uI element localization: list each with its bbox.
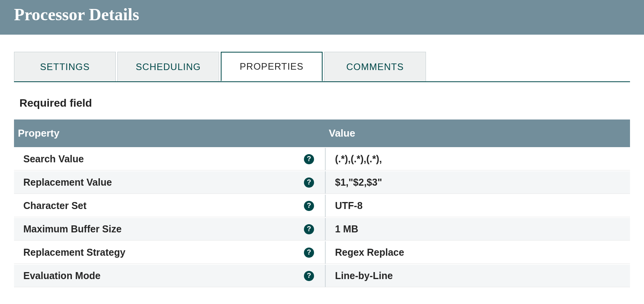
tab-label: PROPERTIES [240, 61, 304, 72]
table-row: Replacement Value ? $1,"$2,$3" [14, 171, 630, 194]
tab-bar: SETTINGS SCHEDULING PROPERTIES COMMENTS [14, 52, 630, 82]
table-row: Maximum Buffer Size ? 1 MB [14, 218, 630, 241]
help-icon[interactable]: ? [304, 201, 314, 211]
tab-label: SETTINGS [40, 62, 90, 72]
help-icon[interactable]: ? [304, 271, 314, 281]
dialog-header: Processor Details [0, 0, 644, 35]
col-header-property: Property [14, 119, 325, 147]
property-value[interactable]: 1 MB [325, 218, 630, 241]
property-value[interactable]: UTF-8 [325, 195, 630, 217]
property-name: Replacement Value [23, 177, 112, 188]
table-row: Character Set ? UTF-8 [14, 195, 630, 217]
property-name: Character Set [23, 200, 87, 211]
table-header-row: Property Value [14, 119, 630, 147]
property-value[interactable]: (.*),(.*),(.*), [325, 148, 630, 170]
property-value[interactable]: Regex Replace [325, 241, 630, 264]
help-icon[interactable]: ? [304, 248, 314, 258]
property-name: Search Value [23, 153, 84, 165]
required-field-label: Required field [19, 97, 630, 109]
col-header-value: Value [325, 119, 630, 147]
tab-label: COMMENTS [346, 62, 404, 72]
help-icon[interactable]: ? [304, 177, 314, 188]
help-icon[interactable]: ? [304, 224, 314, 234]
property-name: Evaluation Mode [23, 270, 101, 281]
tab-scheduling[interactable]: SCHEDULING [117, 52, 219, 81]
property-value[interactable]: $1,"$2,$3" [325, 171, 630, 194]
tab-label: SCHEDULING [136, 62, 201, 72]
table-row: Search Value ? (.*),(.*),(.*), [14, 148, 630, 170]
property-name: Replacement Strategy [23, 247, 126, 258]
tab-properties[interactable]: PROPERTIES [221, 52, 323, 81]
tab-comments[interactable]: COMMENTS [324, 52, 426, 81]
tab-settings[interactable]: SETTINGS [14, 52, 116, 81]
tab-spacer [428, 52, 630, 81]
properties-table: Property Value Search Value ? (.*),(.*),… [14, 119, 630, 288]
dialog-title: Processor Details [14, 5, 630, 25]
help-icon[interactable]: ? [304, 154, 314, 164]
table-row: Evaluation Mode ? Line-by-Line [14, 265, 630, 287]
property-name: Maximum Buffer Size [23, 223, 122, 235]
table-row: Replacement Strategy ? Regex Replace [14, 241, 630, 264]
property-value[interactable]: Line-by-Line [325, 265, 630, 287]
